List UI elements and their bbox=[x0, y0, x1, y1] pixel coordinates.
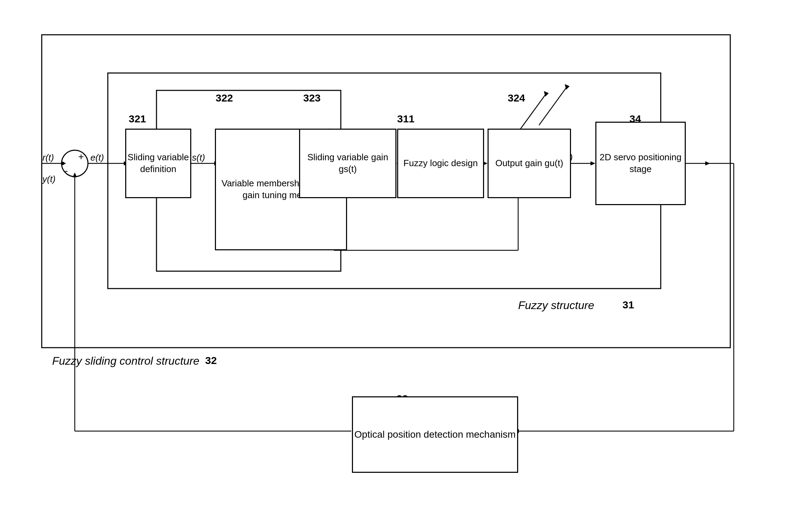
diagram-container: + - bbox=[21, 14, 793, 511]
svg-line-34 bbox=[539, 87, 567, 125]
svg-marker-33 bbox=[544, 91, 549, 97]
svg-marker-29 bbox=[73, 172, 77, 177]
st-label: s(t) bbox=[192, 152, 205, 163]
ref-311: 311 bbox=[397, 113, 415, 125]
sliding-variable-gain-block: Sliding variable gain gs(t) bbox=[299, 129, 396, 198]
ref-321: 321 bbox=[129, 113, 146, 125]
servo-block: 2D servo positioning stage bbox=[595, 122, 686, 205]
ref-323: 323 bbox=[303, 92, 321, 104]
output-gain-block: Output gain gu(t) bbox=[488, 129, 571, 198]
sliding-variable-block: Sliding variable definition bbox=[125, 129, 191, 198]
fuzzy-sliding-ref: 32 bbox=[205, 355, 217, 366]
ref-322: 322 bbox=[216, 92, 233, 104]
svg-text:-: - bbox=[65, 165, 68, 176]
svg-point-6 bbox=[61, 162, 64, 165]
ref-324: 324 bbox=[508, 92, 525, 104]
svg-point-3 bbox=[62, 150, 88, 177]
svg-marker-20 bbox=[590, 161, 595, 165]
fuzzy-sliding-label: Fuzzy sliding control structure bbox=[52, 355, 199, 367]
fuzzy-logic-block: Fuzzy logic design bbox=[397, 129, 484, 198]
optical-block: Optical position detection mechanism bbox=[352, 396, 518, 473]
yt-input-label: y(t) bbox=[42, 174, 56, 185]
rt-label: r(t) bbox=[42, 152, 54, 163]
svg-marker-35 bbox=[565, 84, 570, 90]
et-label: e(t) bbox=[90, 152, 104, 163]
fuzzy-structure-ref: 31 bbox=[622, 299, 634, 311]
fuzzy-structure-label: Fuzzy structure bbox=[518, 299, 594, 312]
svg-marker-8 bbox=[62, 161, 66, 165]
svg-marker-22 bbox=[705, 161, 710, 165]
svg-text:+: + bbox=[78, 151, 84, 162]
